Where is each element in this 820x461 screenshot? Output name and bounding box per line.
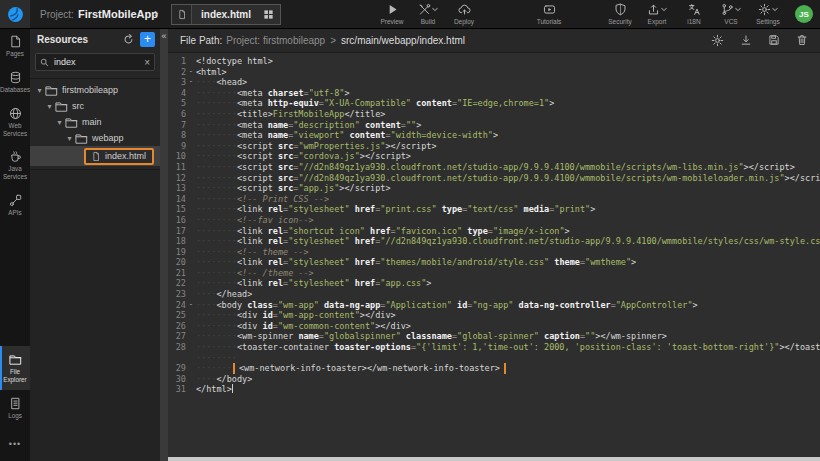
code-text: ········<div id="wm-common-content"></di… xyxy=(196,321,820,332)
sidebar-item-apis[interactable]: APIs xyxy=(0,187,30,223)
chevron-down-icon[interactable]: ▾ xyxy=(55,118,64,127)
sidebar-item-databases[interactable]: Databases xyxy=(0,64,30,100)
add-resource-button[interactable]: + xyxy=(140,32,155,47)
indent-whitespace: ········ xyxy=(196,204,237,214)
sidebar-item-java-services[interactable]: Java Services xyxy=(0,143,30,187)
code-line[interactable]: 6········<title>FirstMobileApp</title> xyxy=(168,109,820,120)
code-line[interactable]: 30····</body> xyxy=(168,374,820,385)
code-line[interactable]: 5········<meta http-equiv="X-UA-Compatib… xyxy=(168,98,820,109)
code-line[interactable]: 3-····<head> xyxy=(168,77,820,88)
code-line[interactable]: 29········<wm-network-info-toaster></wm-… xyxy=(168,363,820,374)
gutter-spacer xyxy=(186,141,196,152)
chevron-right-icon[interactable]: › xyxy=(154,5,158,21)
code-line[interactable]: 9········<script src="wmProperties.js"><… xyxy=(168,141,820,152)
code-line[interactable]: 4········<meta charset="utf-8"> xyxy=(168,88,820,99)
refresh-icon[interactable] xyxy=(123,34,134,45)
fold-marker-icon[interactable]: - xyxy=(186,67,196,78)
code-line[interactable]: 2-<html> xyxy=(168,67,820,78)
tree-item-main[interactable]: ▾main xyxy=(30,114,160,130)
code-line[interactable]: 25········<div id="wm-app-content"></div… xyxy=(168,310,820,321)
code-line[interactable]: 13········<script src="app.js"></script> xyxy=(168,183,820,194)
grid-icon[interactable] xyxy=(263,9,280,20)
code-line[interactable]: 11········<script src="//d2n849qz1ya930.… xyxy=(168,162,820,173)
code-line[interactable]: 28········<toaster-container toaster-opt… xyxy=(168,342,820,353)
folder-icon xyxy=(9,353,22,366)
cloud-upload-icon xyxy=(458,3,471,16)
line-number: 10 xyxy=(168,151,186,162)
sidebar-item-logs[interactable]: Logs xyxy=(0,390,30,426)
fold-marker-icon[interactable]: - xyxy=(186,300,196,311)
code-line[interactable]: 14········<!-- Print CSS --> xyxy=(168,194,820,205)
code-line[interactable]: 10········<script src="cordova.js"></scr… xyxy=(168,151,820,162)
user-avatar[interactable]: JS xyxy=(795,5,813,23)
indent-whitespace: ········ xyxy=(196,321,237,331)
clear-search-icon[interactable]: × xyxy=(144,57,150,68)
code-line[interactable]: 19········<!-- theme --> xyxy=(168,247,820,258)
tutorials-button[interactable]: Tutorials xyxy=(535,3,563,25)
preview-button[interactable]: Preview xyxy=(378,3,406,25)
fold-marker-icon[interactable]: - xyxy=(186,77,196,88)
code-line[interactable]: 8········<meta name="viewport" content="… xyxy=(168,130,820,141)
tree-item-webapp[interactable]: ▾webapp xyxy=(30,130,160,146)
chevron-down-icon[interactable]: ▾ xyxy=(45,102,54,111)
video-icon xyxy=(543,3,556,16)
code-text: <html> xyxy=(196,67,820,78)
tree-item-index-html[interactable]: index.html xyxy=(30,146,160,166)
export-button[interactable]: Export xyxy=(643,3,671,25)
tab-index-html[interactable]: index.html xyxy=(171,4,281,25)
chevron-down-icon[interactable]: ▾ xyxy=(65,134,74,143)
i18n-button[interactable]: i18N xyxy=(680,3,708,25)
line-number: 22 xyxy=(168,278,186,289)
file-actions xyxy=(711,34,808,47)
code-line[interactable]: 26········<div id="wm-common-content"></… xyxy=(168,321,820,332)
code-line[interactable]: 7········<meta name="description" conten… xyxy=(168,120,820,131)
code-line[interactable]: 12········<script src="//d2n849qz1ya930.… xyxy=(168,173,820,184)
code-line[interactable]: 27········<wm-spinner name="globalspinne… xyxy=(168,331,820,342)
file-label: index.html xyxy=(105,151,146,161)
horizontal-scrollbar[interactable] xyxy=(168,457,820,461)
code-text: ········<script src="app.js"></script> xyxy=(196,183,820,194)
toolbar-mid: Tutorials xyxy=(535,3,563,25)
vcs-label: VCS xyxy=(724,18,737,25)
collapse-panel-icon[interactable]: « xyxy=(160,31,168,41)
download-button[interactable] xyxy=(740,34,752,46)
file-settings-button[interactable] xyxy=(711,34,724,47)
code-line[interactable]: ········ xyxy=(168,353,820,364)
apis-label: APIs xyxy=(8,209,21,217)
code-line[interactable]: 21········<!-- /theme --> xyxy=(168,268,820,279)
code-text: </html> xyxy=(196,384,820,395)
sidebar-item-pages[interactable]: Pages xyxy=(0,28,30,64)
gutter-spacer xyxy=(186,109,196,120)
search-input[interactable] xyxy=(52,56,141,68)
code-text: ········<script src="wmProperties.js"></… xyxy=(196,141,820,152)
tree-item-firstmobileapp[interactable]: ▾firstmobileapp xyxy=(30,82,160,98)
sidebar-item-web-services[interactable]: Web Services xyxy=(0,100,30,144)
code-line[interactable]: 31</html> xyxy=(168,384,820,395)
save-button[interactable] xyxy=(768,34,780,46)
line-number: 4 xyxy=(168,88,186,99)
build-button[interactable]: Build xyxy=(414,3,442,25)
security-button[interactable]: Security xyxy=(606,3,634,25)
code-line[interactable]: 1<!doctype html> xyxy=(168,56,820,67)
delete-button[interactable] xyxy=(796,34,808,46)
tree-item-src[interactable]: ▾src xyxy=(30,98,160,114)
deploy-button[interactable]: Deploy xyxy=(450,3,478,25)
code-line[interactable]: 20········<link rel="stylesheet" href="t… xyxy=(168,257,820,268)
chevron-down-icon[interactable]: ▾ xyxy=(35,86,44,95)
sidebar-item-file-explorer[interactable]: File Explorer xyxy=(0,346,30,390)
gutter-spacer xyxy=(186,331,196,342)
sidebar-item-more[interactable]: ••• xyxy=(0,426,30,457)
code-line[interactable]: 16········<!--fav icon--> xyxy=(168,215,820,226)
gutter-spacer xyxy=(186,236,196,247)
code-line[interactable]: 22········<link rel="stylesheet" href="a… xyxy=(168,278,820,289)
code-line[interactable]: 17········<link rel="shortcut icon" href… xyxy=(168,226,820,237)
folder-label: src xyxy=(72,101,84,111)
code-editor[interactable]: 1<!doctype html>2-<html>3-····<head>4···… xyxy=(168,53,820,457)
code-line[interactable]: 24-····<body class="wm-app" data-ng-app=… xyxy=(168,300,820,311)
panel-divider[interactable]: « xyxy=(160,28,168,461)
vcs-button[interactable]: VCS xyxy=(717,3,745,25)
code-line[interactable]: 23····</head> xyxy=(168,289,820,300)
settings-button[interactable]: Settings xyxy=(754,3,782,25)
code-line[interactable]: 18········<link rel="stylesheet" href="/… xyxy=(168,236,820,247)
code-line[interactable]: 15········<link rel="stylesheet" href="p… xyxy=(168,204,820,215)
